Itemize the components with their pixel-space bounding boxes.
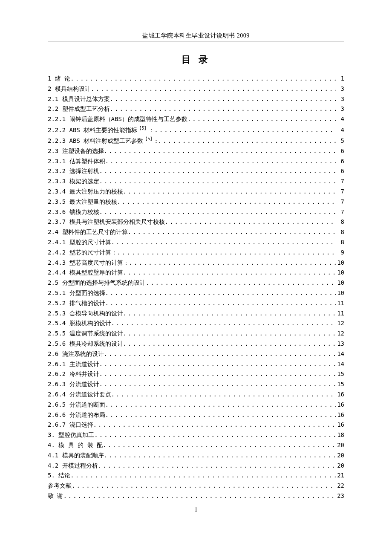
toc-entry-page: 5 — [336, 138, 344, 144]
toc-leader-dots — [154, 127, 336, 133]
toc-leader-dots — [187, 116, 336, 122]
toc-entry-label: 3. 型腔仿真加工 — [48, 432, 94, 438]
toc-leader-dots — [123, 330, 336, 336]
toc-leader-dots — [99, 178, 336, 184]
toc-entry-page: 8 — [336, 239, 344, 245]
toc-entry: 2.5.5 温度调节系统的设计12 — [48, 330, 344, 336]
toc-entry-page: 23 — [336, 493, 344, 499]
toc-leader-dots — [146, 280, 336, 286]
toc-entry-page: 9 — [336, 249, 344, 255]
toc-entry: 2.6.3 分流道设计15 — [48, 381, 344, 387]
toc-entry-label: 2.3.3 模架的选定 — [48, 178, 99, 184]
toc-leader-dots — [72, 483, 336, 489]
toc-entry-page: 10 — [336, 280, 344, 286]
toc-leader-dots — [117, 249, 336, 255]
toc-leader-dots — [105, 412, 336, 418]
toc-entry-label: 4.1 模具的装配顺序 — [48, 452, 104, 458]
toc-entry: 2.2.1 闹钟后盖原料（ABS）的成型特性与工艺参数4 — [48, 116, 344, 122]
toc-entry: 2.5.4 脱模机构的设计12 — [48, 320, 344, 326]
toc-entry: 2.6.1 主流道设计14 — [48, 361, 344, 367]
toc-leader-dots — [94, 432, 336, 438]
toc-leader-dots — [70, 75, 336, 81]
toc-entry-label: 2.5.3 合模导向机构的设计 — [48, 310, 123, 316]
toc-entry-page: 7 — [336, 178, 344, 184]
toc-leader-dots — [99, 381, 336, 387]
toc-leader-dots — [105, 158, 336, 164]
toc-leader-dots — [105, 300, 336, 306]
toc-entry-label: 2.5.1 分型面的选择 — [48, 290, 105, 296]
toc-entry: 2.3.3 模架的选定7 — [48, 178, 344, 184]
toc-entry-label: 2.4.1 型腔的尺寸计算 — [48, 239, 111, 245]
toc-entry-page: 16 — [336, 422, 344, 428]
toc-entry: 5. 结论21 — [48, 472, 344, 478]
toc-entry-page: 7 — [336, 209, 344, 215]
toc-entry-label: 2.4.4 模具型腔壁厚的计算 — [48, 269, 123, 275]
toc-entry: 2.4 塑料件的工艺尺寸的计算8 — [48, 229, 344, 235]
toc-entry: 4. 模 具 的 装 配20 — [48, 442, 344, 448]
toc-entry-label: 2.5 分型面的选择与排气系统的设计 — [48, 280, 146, 286]
toc-entry-page: 4 — [336, 116, 344, 122]
toc-leader-dots — [104, 351, 336, 357]
toc-entry-label: 5. 结论 — [48, 472, 70, 478]
toc-entry: 2.5.6 模具冷却系统的设计13 — [48, 341, 344, 347]
toc-entry-page: 11 — [336, 310, 344, 316]
toc-entry-tail: : — [154, 137, 158, 144]
toc-leader-dots — [103, 442, 336, 448]
toc-entry-page: 4 — [336, 127, 344, 133]
toc-leader-dots — [91, 86, 336, 92]
toc-entry: 2.2 塑件成型工艺分析 3 — [48, 106, 344, 112]
toc-entry: 2.4.4 模具型腔壁厚的计算10 — [48, 269, 344, 275]
toc-entry-label: 2.6.3 分流道设计 — [48, 381, 99, 387]
toc-entry: 4.2 开模过程分析20 — [48, 462, 344, 468]
toc-entry-label: 2 模具结构设计 — [48, 86, 91, 92]
toc-entry: 2.5.2 排气槽的设计11 — [48, 300, 344, 306]
toc-leader-dots — [110, 106, 336, 112]
toc-entry-label: 2.5.6 模具冷却系统的设计 — [48, 341, 123, 347]
toc-leader-dots — [110, 96, 336, 102]
toc-entry-page: 3 — [336, 96, 344, 102]
toc-leader-dots — [111, 239, 336, 245]
toc-entry: 4.1 模具的装配顺序20 — [48, 452, 344, 458]
toc-entry-label: 2.6.5 分流道的断面 — [48, 402, 105, 408]
toc-entry-page: 21 — [336, 472, 344, 478]
toc-entry-label: 2.6.7 浇口选择 — [48, 422, 93, 428]
toc-entry-page: 10 — [336, 290, 344, 296]
toc-entry-label: 参考文献 — [48, 483, 72, 489]
toc-entry: 2.5.3 合模导向机构的设计11 — [48, 310, 344, 316]
toc-entry: 2.6.7 浇口选择16 — [48, 422, 344, 428]
toc-entry: 2.6.4 分流道设计要点16 — [48, 391, 344, 397]
toc-entry: 2.5.1 分型面的选择10 — [48, 290, 344, 296]
toc-entry-page: 6 — [336, 148, 344, 154]
toc-leader-dots — [105, 402, 336, 408]
toc-entry: 2.5 分型面的选择与排气系统的设计10 — [48, 280, 344, 286]
toc-entry-label: 2.5.4 脱模机构的设计 — [48, 320, 111, 326]
toc-leader-dots — [123, 269, 336, 275]
toc-leader-dots — [93, 422, 336, 428]
toc-entry-page: 14 — [336, 361, 344, 367]
toc-entry-label: 4. 模 具 的 装 配 — [48, 442, 103, 448]
toc-leader-dots — [63, 493, 336, 499]
toc-entry-label: 2.4.2 型芯的尺寸计算： — [48, 249, 117, 255]
toc-entry-label: 1 绪 论 — [48, 75, 70, 81]
toc-entry-page: 8 — [336, 219, 344, 225]
toc-entry-label: 2.6.1 主流道设计 — [48, 361, 99, 367]
toc-entry-page: 6 — [336, 158, 344, 164]
toc-entry-superscript: 【5】 — [143, 136, 154, 141]
toc-leader-dots — [104, 452, 336, 458]
toc-entry: 2.2.3 ABS 材料注射成型工艺参数【5】:5 — [48, 137, 344, 144]
toc-entry: 致 谢23 — [48, 493, 344, 499]
toc-entry: 2.3.4 最大注射压力的校核7 — [48, 188, 344, 194]
toc-entry-label: 2.3.2 选择注射机 — [48, 168, 99, 174]
toc-entry-page: 18 — [336, 432, 344, 438]
toc-entry-page: 12 — [336, 320, 344, 326]
toc-entry-label: 2.3.7 模具与注塑机安装部分相关尺寸校核 — [48, 219, 165, 225]
toc-entry-label: 2.6.2 冷料井设计 — [48, 371, 99, 377]
toc-entry: 2.4.2 型芯的尺寸计算：9 — [48, 249, 344, 255]
page-header: 盐城工学院本科生毕业设计说明书 2009 — [48, 32, 344, 40]
toc-leader-dots — [158, 138, 336, 144]
toc-entry: 2.3.2 选择注射机6 — [48, 168, 344, 174]
toc-entry-label: 2.2.3 ABS 材料注射成型工艺参数【5】: — [48, 137, 158, 144]
toc-leader-dots — [123, 188, 336, 194]
toc-leader-dots — [70, 472, 336, 478]
toc-entry-page: 7 — [336, 188, 344, 194]
